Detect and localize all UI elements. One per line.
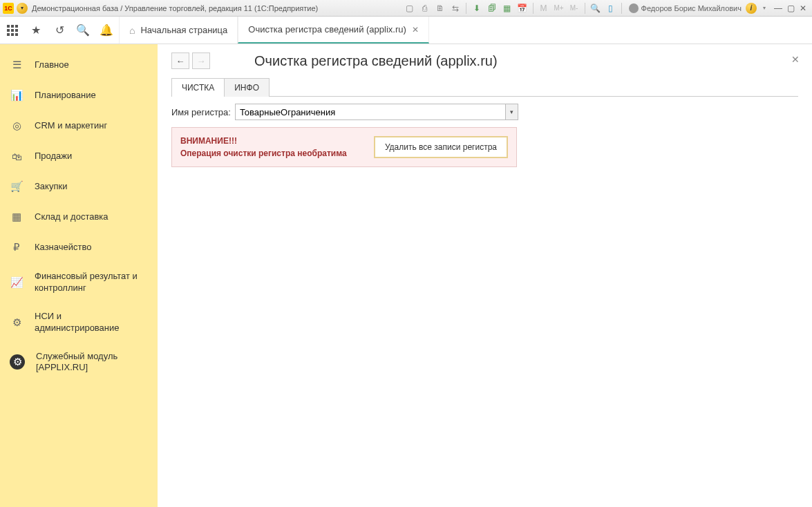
register-name-label: Имя регистра: (171, 107, 231, 117)
bag-icon: 🛍 (10, 149, 23, 163)
ruble-icon: ₽ (10, 240, 23, 254)
info-dropdown-icon[interactable]: ▾ (758, 2, 771, 15)
save-icon[interactable]: ⬇ (471, 2, 483, 15)
gear-icon: ⚙ (10, 316, 23, 329)
register-name-select[interactable]: ▾ (235, 104, 518, 120)
sidebar-item-label: Склад и доставка (35, 211, 108, 223)
nav-back-button[interactable]: ← (171, 52, 189, 69)
sidebar-item-label: Продажи (35, 151, 72, 162)
sidebar-item-label: Служебный модуль [APPLIX.RU] (36, 351, 148, 374)
calendar-icon[interactable]: 📅 (516, 2, 529, 15)
sidebar-item-planning[interactable]: 📊 Планирование (0, 80, 158, 111)
history-icon[interactable]: ↺ (53, 23, 66, 37)
notifications-icon[interactable]: 🔔 (100, 23, 113, 37)
memory-mplus-icon[interactable]: M+ (553, 2, 565, 15)
sidebar-item-warehouse[interactable]: ▦ Склад и доставка (0, 202, 158, 232)
sidebar-item-service[interactable]: ⚙ Служебный модуль [APPLIX.RU] (0, 343, 158, 383)
sidebar-item-label: Планирование (35, 90, 96, 102)
toolbar-search-icon[interactable]: 🔍 (76, 23, 90, 37)
sidebar-item-label: Главное (35, 59, 69, 71)
sections-icon[interactable] (6, 23, 19, 37)
boxes-icon: ▦ (10, 210, 23, 224)
window-close-button[interactable]: ✕ (797, 2, 809, 15)
user-display[interactable]: Федоров Борис Михайлович (629, 3, 742, 13)
gear-icon: ⚙ (10, 354, 25, 370)
tab-close-icon[interactable]: ✕ (412, 25, 419, 35)
print-preview-icon[interactable]: ▢ (404, 2, 416, 15)
home-icon: ⌂ (129, 25, 135, 36)
user-name: Федоров Борис Михайлович (641, 4, 742, 12)
memory-m-icon[interactable]: M (538, 2, 550, 15)
panel-icon[interactable]: ▯ (605, 2, 617, 15)
tab-home-label: Начальная страница (140, 25, 227, 35)
warning-text: ВНИМАНИЕ!!! Операция очистки регистра не… (180, 135, 347, 160)
sidebar-item-sales[interactable]: 🛍 Продажи (0, 141, 158, 171)
info-icon[interactable]: i (746, 3, 757, 14)
tab-cleanup-content[interactable]: ЧИСТКА (171, 78, 225, 97)
tab-cleanup[interactable]: Очистка регистра сведений (applix.ru) ✕ (238, 17, 429, 44)
sidebar: ☰ Главное 📊 Планирование ◎ CRM и маркети… (0, 44, 158, 507)
register-name-input[interactable] (236, 104, 505, 119)
search-icon[interactable]: 🔍 (589, 2, 602, 15)
sidebar-item-finance[interactable]: 📈 Финансовый результат и контроллинг (0, 262, 158, 303)
sidebar-item-treasury[interactable]: ₽ Казначейство (0, 232, 158, 262)
main-menu-dropdown[interactable]: ▾ (17, 3, 28, 14)
dropdown-icon[interactable]: ▾ (505, 104, 518, 119)
sidebar-item-label: CRM и маркетинг (35, 120, 107, 132)
calculator-icon[interactable]: ▦ (501, 2, 513, 15)
sidebar-item-label: Финансовый результат и контроллинг (35, 271, 148, 294)
favorites-icon[interactable]: ★ (29, 23, 43, 37)
cart-icon: 🛒 (10, 180, 23, 193)
print-icon[interactable]: ⎙ (419, 2, 431, 15)
window-minimize-button[interactable]: — (772, 2, 784, 15)
sidebar-item-label: Закупки (35, 181, 67, 193)
window-titlebar: 1С ▾ Демонстрационная база / Управление … (0, 0, 812, 17)
copy-icon[interactable]: 🗐 (486, 2, 498, 15)
memory-mminus-icon[interactable]: M- (568, 2, 580, 15)
nav-forward-button[interactable]: → (192, 52, 210, 69)
content-tabs: ЧИСТКА ИНФО (171, 77, 798, 97)
app-toolbar: ★ ↺ 🔍 🔔 ⌂ Начальная страница Очистка рег… (0, 17, 812, 44)
user-icon (629, 3, 639, 13)
close-page-button[interactable]: ✕ (791, 54, 800, 65)
chart-icon: 📈 (10, 276, 23, 289)
tab-cleanup-label: Очистка регистра сведений (applix.ru) (248, 24, 406, 35)
document-icon[interactable]: 🗎 (434, 2, 446, 15)
warning-panel: ВНИМАНИЕ!!! Операция очистки регистра не… (171, 127, 517, 167)
sidebar-item-purchase[interactable]: 🛒 Закупки (0, 171, 158, 202)
sidebar-item-crm[interactable]: ◎ CRM и маркетинг (0, 111, 158, 141)
tab-info-content[interactable]: ИНФО (224, 78, 270, 97)
sidebar-item-nsi[interactable]: ⚙ НСИ и администрирование (0, 303, 158, 343)
tab-home[interactable]: ⌂ Начальная страница (119, 17, 238, 44)
delete-all-button[interactable]: Удалить все записи регистра (374, 136, 508, 158)
sidebar-item-label: Казначейство (35, 242, 91, 254)
main-content: ← → Очистка регистра сведений (applix.ru… (158, 44, 812, 507)
sidebar-item-main[interactable]: ☰ Главное (0, 50, 158, 80)
planning-icon: 📊 (10, 88, 23, 102)
menu-icon: ☰ (10, 58, 23, 72)
compare-icon[interactable]: ⇆ (449, 2, 462, 15)
target-icon: ◎ (10, 119, 23, 133)
window-title: Демонстрационная база / Управление торго… (32, 4, 318, 12)
sidebar-item-label: НСИ и администрирование (35, 311, 148, 334)
page-title: Очистка регистра сведений (applix.ru) (254, 53, 498, 69)
window-maximize-button[interactable]: ▢ (784, 2, 797, 15)
app-logo-icon: 1С (3, 3, 14, 14)
